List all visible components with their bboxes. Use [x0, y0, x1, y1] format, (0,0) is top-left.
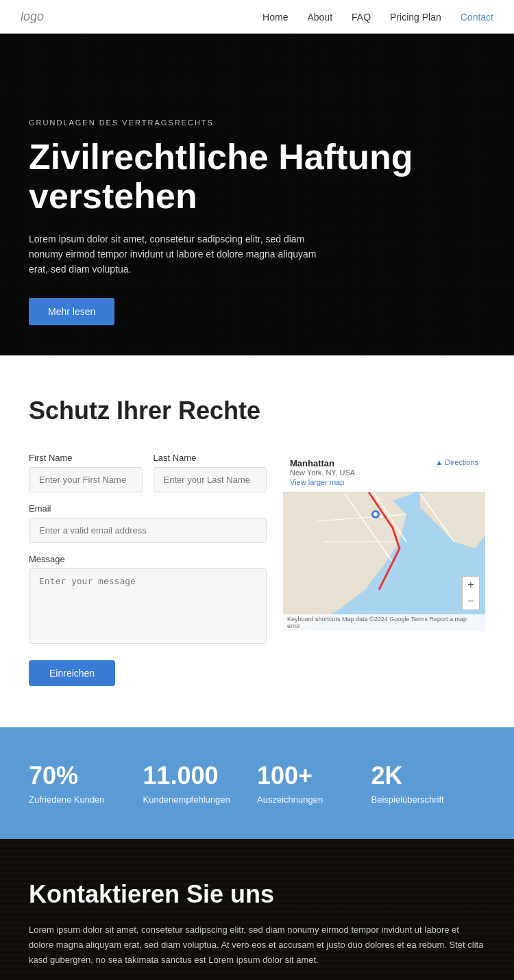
map-footer-text: Keyboard shortcuts Map data ©2024 Google… — [287, 616, 481, 629]
email-input[interactable] — [29, 518, 267, 543]
nav-faq[interactable]: FAQ — [352, 12, 371, 23]
message-group: Message — [29, 554, 267, 646]
stat-item-0: 70% Zufriedene Kunden — [29, 762, 143, 805]
map-directions[interactable]: ▲ Directions — [435, 458, 478, 466]
stat-number-2: 100+ — [257, 762, 371, 790]
map-header: Manhattan New York, NY, USA View larger … — [283, 453, 485, 492]
first-name-label: First Name — [29, 453, 143, 463]
message-textarea[interactable] — [29, 568, 267, 644]
email-label: Email — [29, 503, 267, 514]
nav-pricing[interactable]: Pricing Plan — [390, 12, 441, 23]
nav-about[interactable]: About — [307, 12, 332, 23]
email-group: Email — [29, 503, 267, 543]
stat-label-1: Kundenempfehlungen — [143, 794, 258, 805]
form-section: Schutz Ihrer Rechte First Name Last Name… — [0, 355, 514, 727]
logo: logo — [21, 10, 44, 24]
map-footer: Keyboard shortcuts Map data ©2024 Google… — [283, 614, 485, 631]
contact-form: First Name Last Name Email Message Einre… — [29, 453, 267, 686]
nav-contact[interactable]: Contact — [461, 12, 493, 23]
nav-links: Home About FAQ Pricing Plan Contact — [262, 12, 493, 23]
hero-title: Zivilrechtliche Haftung verstehen — [29, 138, 413, 216]
map-zoom-in[interactable]: + — [463, 577, 479, 593]
contact-title: Kontaktieren Sie uns — [29, 880, 485, 909]
last-name-group: Last Name — [154, 453, 267, 492]
stat-number-0: 70% — [29, 762, 143, 790]
map-view-larger-link[interactable]: View larger map — [290, 478, 355, 486]
map-location-name: Manhattan — [290, 458, 355, 468]
stat-item-3: 2K Beispielüberschrift — [371, 762, 486, 805]
contact-description: Lorem ipsum dolor sit amet, consetetur s… — [29, 922, 485, 968]
hero-subtitle: GRUNDLAGEN DES VERTRAGSRECHTS — [29, 118, 413, 127]
map: Manhattan New York, NY, USA View larger … — [283, 453, 485, 631]
hero-section: GRUNDLAGEN DES VERTRAGSRECHTS Zivilrecht… — [0, 34, 514, 355]
hero-description: Lorem ipsum dolor sit amet, consetetur s… — [29, 231, 317, 277]
message-label: Message — [29, 554, 267, 564]
map-zoom-out[interactable]: − — [463, 593, 479, 610]
last-name-input[interactable] — [154, 467, 267, 492]
stat-label-2: Auszeichnungen — [257, 794, 371, 805]
last-name-label: Last Name — [154, 453, 267, 463]
first-name-input[interactable] — [29, 467, 143, 492]
stat-label-3: Beispielüberschrift — [371, 794, 486, 805]
navigation: logo Home About FAQ Pricing Plan Contact — [0, 0, 514, 34]
stat-item-2: 100+ Auszeichnungen — [257, 762, 371, 805]
map-zoom-controls: + − — [462, 576, 480, 610]
first-name-group: First Name — [29, 453, 143, 492]
stat-label-0: Zufriedene Kunden — [29, 794, 143, 805]
stat-number-3: 2K — [371, 762, 486, 790]
form-map-wrapper: First Name Last Name Email Message Einre… — [29, 453, 485, 686]
nav-home[interactable]: Home — [262, 12, 288, 23]
contact-section: Kontaktieren Sie uns Lorem ipsum dolor s… — [0, 839, 514, 980]
name-row: First Name Last Name — [29, 453, 267, 492]
svg-point-12 — [374, 512, 378, 516]
map-title-block: Manhattan New York, NY, USA View larger … — [290, 458, 355, 486]
map-location-sub: New York, NY, USA — [290, 468, 355, 477]
map-container: Manhattan New York, NY, USA View larger … — [283, 453, 485, 686]
hero-cta-button[interactable]: Mehr lesen — [29, 298, 114, 325]
submit-button[interactable]: Einreichen — [29, 660, 115, 686]
stats-section: 70% Zufriedene Kunden 11.000 Kundenempfe… — [0, 727, 514, 839]
form-section-title: Schutz Ihrer Rechte — [29, 397, 485, 425]
stat-number-1: 11.000 — [143, 762, 258, 790]
stat-item-1: 11.000 Kundenempfehlungen — [143, 762, 258, 805]
